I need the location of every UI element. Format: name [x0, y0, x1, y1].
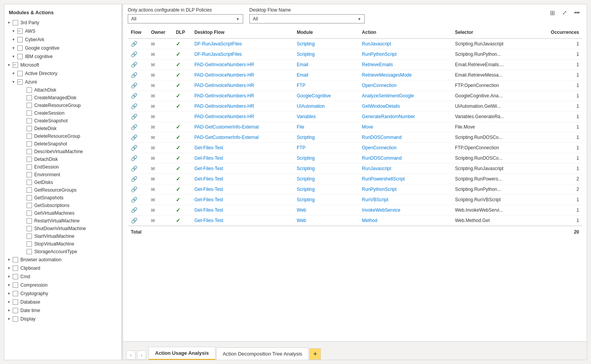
desktop-flow-value-6[interactable]: PAD-GetInvoiceNumbers-HR	[194, 104, 254, 109]
module-value-7[interactable]: Variables	[297, 114, 316, 119]
cell-action-1[interactable]: RunPythonScript	[359, 49, 452, 60]
desktop-flow-value-14[interactable]: Get-Files-Test	[194, 187, 223, 192]
cell-owner-2[interactable]: ✉	[148, 60, 173, 70]
tree-item-24[interactable]: GetVirtualMachines	[4, 209, 121, 217]
module-value-17[interactable]: Web	[297, 218, 306, 223]
tree-item-35[interactable]: ▼Database	[4, 298, 121, 306]
desktop-flow-value-10[interactable]: Get-Files-Test	[194, 145, 223, 150]
cell-desktop-flow-10[interactable]: Get-Files-Test	[191, 143, 294, 153]
cell-desktop-flow-17[interactable]: Get-Files-Test	[191, 215, 294, 226]
checkbox-24[interactable]	[27, 210, 32, 216]
cell-action-7[interactable]: GenerateRandomNumber	[359, 112, 452, 122]
cell-flow-7[interactable]: 🔗	[128, 112, 148, 122]
cell-module-11[interactable]: Scripting	[294, 153, 359, 164]
tree-item-31[interactable]: ▼Clipboard	[4, 264, 121, 272]
checkbox-11[interactable]	[27, 110, 32, 116]
desktop-flow-value-8[interactable]: PAD-GetCustomerInfo-External	[194, 124, 259, 130]
desktop-flow-value-9[interactable]: PAD-GetCustomerInfo-External	[194, 135, 259, 140]
desktop-flow-value-4[interactable]: PAD-GetInvoiceNumbers-HR	[194, 83, 254, 88]
tree-item-26[interactable]: ShutDownVirtualMachine	[4, 225, 121, 232]
tree-item-29[interactable]: StorageAccountType	[4, 248, 121, 255]
module-value-9[interactable]: Scripting	[297, 135, 315, 140]
tab-action-usage[interactable]: Action Usage Analysis	[149, 347, 215, 360]
action-value-10[interactable]: OpenConnection	[362, 145, 397, 150]
cell-module-15[interactable]: Scripting	[294, 195, 359, 205]
col-selector[interactable]: Selector	[452, 27, 536, 38]
cell-desktop-flow-15[interactable]: Get-Files-Test	[191, 195, 294, 205]
tree-item-8[interactable]: AttachDisk	[4, 86, 121, 94]
checkbox-19[interactable]	[27, 172, 32, 177]
checkbox-25[interactable]	[27, 218, 32, 224]
module-value-11[interactable]: Scripting	[297, 155, 315, 161]
cell-flow-17[interactable]: 🔗	[128, 215, 148, 226]
checkbox-20[interactable]	[27, 180, 32, 185]
checkbox-16[interactable]	[27, 149, 32, 154]
cell-module-3[interactable]: Email	[294, 70, 359, 80]
desktop-flow-value-5[interactable]: PAD-GetInvoiceNumbers-HR	[194, 93, 254, 99]
action-value-15[interactable]: RunVBScript	[362, 197, 389, 202]
cell-module-6[interactable]: UIAutomation	[294, 101, 359, 112]
cell-flow-8[interactable]: 🔗	[128, 122, 148, 132]
checkbox-5[interactable]	[13, 62, 18, 68]
expand-icon-button[interactable]: ⤢	[559, 7, 570, 18]
cell-desktop-flow-3[interactable]: PAD-GetInvoiceNumbers-HR	[191, 70, 294, 80]
cell-owner-15[interactable]: ✉	[148, 195, 173, 205]
checkbox-14[interactable]	[27, 134, 32, 139]
cell-owner-9[interactable]: ✉	[148, 132, 173, 143]
cell-module-12[interactable]: Scripting	[294, 164, 359, 174]
checkbox-3[interactable]	[17, 45, 23, 51]
desktop-flow-value-15[interactable]: Get-Files-Test	[194, 197, 223, 202]
cell-flow-10[interactable]: 🔗	[128, 143, 148, 153]
tree-item-19[interactable]: Environment	[4, 171, 121, 179]
cell-flow-14[interactable]: 🔗	[128, 184, 148, 195]
cell-action-6[interactable]: GetWindowDetails	[359, 101, 452, 112]
cell-action-9[interactable]: RunDOSCommand	[359, 132, 452, 143]
cell-desktop-flow-14[interactable]: Get-Files-Test	[191, 184, 294, 195]
cell-owner-17[interactable]: ✉	[148, 215, 173, 226]
cell-flow-0[interactable]: 🔗	[128, 38, 148, 49]
cell-action-15[interactable]: RunVBScript	[359, 195, 452, 205]
action-value-16[interactable]: InvokeWebService	[362, 207, 401, 213]
cell-flow-2[interactable]: 🔗	[128, 60, 148, 70]
action-value-12[interactable]: RunJavascript	[362, 166, 391, 171]
desktop-flow-value-12[interactable]: Get-Files-Test	[194, 166, 223, 171]
cell-owner-11[interactable]: ✉	[148, 153, 173, 164]
cell-owner-3[interactable]: ✉	[148, 70, 173, 80]
tree-item-34[interactable]: ▼Cryptography	[4, 289, 121, 298]
checkbox-22[interactable]	[27, 195, 32, 200]
module-value-16[interactable]: Web	[297, 207, 306, 213]
checkbox-33[interactable]	[13, 282, 18, 288]
tree-item-0[interactable]: ▼3rd Party	[4, 18, 121, 27]
cell-desktop-flow-1[interactable]: DF-RunJavaScriptFiles	[191, 49, 294, 60]
action-value-8[interactable]: Move	[362, 124, 373, 130]
module-value-5[interactable]: GoogleCognitive	[297, 93, 331, 99]
cell-action-2[interactable]: RetrieveEmails	[359, 60, 452, 70]
cell-module-7[interactable]: Variables	[294, 112, 359, 122]
checkbox-32[interactable]	[13, 274, 18, 279]
checkbox-34[interactable]	[13, 291, 18, 296]
col-action[interactable]: Action	[359, 27, 452, 38]
cell-action-12[interactable]: RunJavascript	[359, 164, 452, 174]
cell-module-2[interactable]: Email	[294, 60, 359, 70]
tree-item-17[interactable]: DetachDisk	[4, 155, 121, 163]
module-value-13[interactable]: Scripting	[297, 176, 315, 182]
module-value-3[interactable]: Email	[297, 72, 308, 78]
checkbox-36[interactable]	[13, 308, 18, 313]
cell-owner-5[interactable]: ✉	[148, 91, 173, 101]
action-value-9[interactable]: RunDOSCommand	[362, 135, 402, 140]
tree-item-16[interactable]: DescribeVirtualMachine	[4, 148, 121, 155]
cell-flow-3[interactable]: 🔗	[128, 70, 148, 80]
desktop-flow-value-3[interactable]: PAD-GetInvoiceNumbers-HR	[194, 72, 254, 78]
tab-prev-button[interactable]: ‹	[126, 351, 135, 360]
cell-desktop-flow-6[interactable]: PAD-GetInvoiceNumbers-HR	[191, 101, 294, 112]
cell-owner-8[interactable]: ✉	[148, 122, 173, 132]
tree-item-25[interactable]: RestartVirtualMachine	[4, 217, 121, 225]
cell-action-17[interactable]: Method	[359, 215, 452, 226]
tree-item-30[interactable]: ▼Browser automation	[4, 255, 121, 264]
cell-action-13[interactable]: RunPowershellScript	[359, 174, 452, 184]
action-value-3[interactable]: RetrieveMessagesMode	[362, 72, 412, 78]
action-value-5[interactable]: AnalyzeSentimentGoogle	[362, 93, 414, 99]
filter1-dropdown[interactable]: All ▼	[128, 14, 243, 23]
cell-desktop-flow-0[interactable]: DF-RunJavaScriptFiles	[191, 38, 294, 49]
checkbox-26[interactable]	[27, 226, 32, 231]
